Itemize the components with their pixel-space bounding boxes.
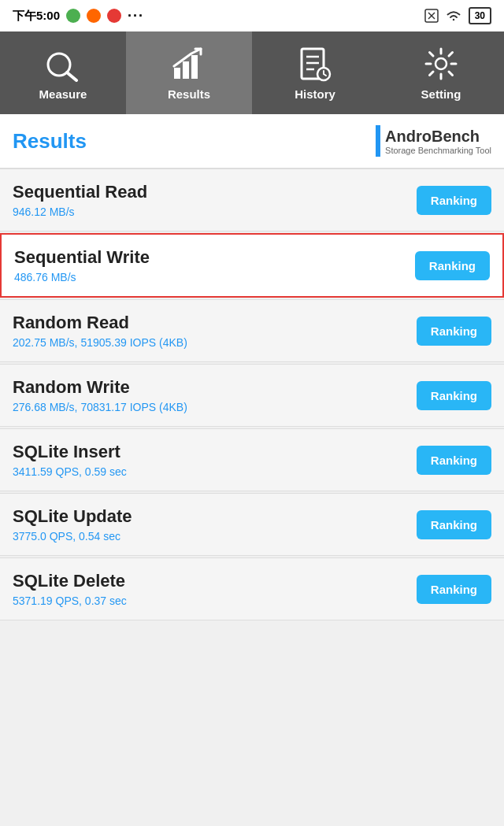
androbench-logo: AndroBench Storage Benchmarking Tool	[376, 125, 491, 157]
benchmark-name: Random Write	[13, 377, 187, 398]
benchmark-row: SQLite Insert3411.59 QPS, 0.59 secRankin…	[0, 428, 504, 491]
benchmark-info: Sequential Write486.76 MB/s	[14, 247, 150, 283]
benchmark-row: Sequential Read946.12 MB/sRanking	[0, 169, 504, 232]
benchmark-value: 5371.19 QPS, 0.37 sec	[13, 594, 127, 607]
logo-text: AndroBench Storage Benchmarking Tool	[385, 128, 491, 155]
benchmark-row: Sequential Write486.76 MB/sRanking	[0, 233, 504, 298]
benchmark-info: SQLite Delete5371.19 QPS, 0.37 sec	[13, 571, 127, 607]
svg-rect-5	[174, 68, 180, 79]
benchmark-name: Sequential Write	[14, 247, 150, 268]
benchmark-value: 946.12 MB/s	[13, 206, 147, 218]
svg-line-4	[67, 72, 76, 80]
benchmark-info: Random Read202.75 MB/s, 51905.39 IOPS (4…	[13, 313, 187, 349]
tab-results[interactable]: Results	[126, 31, 252, 114]
benchmark-info: Random Write276.68 MB/s, 70831.17 IOPS (…	[13, 377, 187, 413]
status-icon-orange	[87, 9, 101, 23]
battery-indicator: 30	[469, 7, 491, 24]
logo-name: AndroBench	[385, 128, 491, 146]
ranking-button[interactable]: Ranking	[417, 381, 491, 410]
benchmark-list: Sequential Read946.12 MB/sRankingSequent…	[0, 169, 504, 620]
ranking-button[interactable]: Ranking	[417, 575, 491, 604]
status-time: 下午5:00	[13, 9, 60, 24]
benchmark-info: SQLite Update3775.0 QPS, 0.54 sec	[13, 506, 132, 543]
measure-icon	[44, 45, 82, 83]
logo-sub: Storage Benchmarking Tool	[385, 146, 491, 155]
benchmark-name: SQLite Delete	[13, 571, 127, 591]
ranking-button[interactable]: Ranking	[417, 186, 491, 215]
status-left: 下午5:00 ···	[13, 8, 144, 24]
benchmark-name: SQLite Update	[13, 506, 132, 527]
tab-measure-label: Measure	[39, 87, 87, 101]
benchmark-info: SQLite Insert3411.59 QPS, 0.59 sec	[13, 442, 127, 478]
benchmark-name: SQLite Insert	[13, 442, 127, 462]
status-icon-green	[66, 9, 80, 23]
results-page-title: Results	[13, 129, 87, 154]
overflow-menu-icon: ···	[128, 8, 144, 24]
history-icon	[296, 45, 334, 83]
status-bar: 下午5:00 ··· 30	[0, 0, 504, 31]
ranking-button[interactable]: Ranking	[417, 510, 491, 539]
benchmark-value: 3775.0 QPS, 0.54 sec	[13, 530, 132, 543]
results-icon	[170, 45, 208, 83]
tab-results-label: Results	[168, 87, 210, 101]
benchmark-info: Sequential Read946.12 MB/s	[13, 182, 147, 218]
benchmark-value: 276.68 MB/s, 70831.17 IOPS (4KB)	[13, 401, 187, 413]
wifi-icon	[445, 9, 462, 23]
battery-level: 30	[475, 10, 485, 21]
tab-setting-label: Setting	[421, 87, 461, 101]
tab-measure[interactable]: Measure	[0, 31, 126, 114]
benchmark-value: 486.76 MB/s	[14, 271, 150, 283]
benchmark-row: SQLite Update3775.0 QPS, 0.54 secRanking	[0, 493, 504, 556]
ranking-button[interactable]: Ranking	[415, 251, 490, 280]
status-icon-red	[107, 9, 121, 23]
tab-history[interactable]: History	[252, 31, 378, 114]
setting-icon	[422, 45, 460, 83]
svg-point-13	[435, 58, 447, 69]
results-header: Results AndroBench Storage Benchmarking …	[0, 114, 504, 169]
benchmark-row: Random Read202.75 MB/s, 51905.39 IOPS (4…	[0, 299, 504, 362]
benchmark-name: Sequential Read	[13, 182, 147, 202]
svg-rect-6	[183, 61, 189, 79]
tab-setting[interactable]: Setting	[378, 31, 504, 114]
nav-tabs: Measure Results History	[0, 31, 504, 114]
logo-bar	[376, 125, 380, 157]
status-right: 30	[424, 7, 491, 24]
ranking-button[interactable]: Ranking	[417, 446, 491, 475]
benchmark-value: 202.75 MB/s, 51905.39 IOPS (4KB)	[13, 336, 187, 349]
ranking-button[interactable]: Ranking	[417, 317, 491, 346]
tab-history-label: History	[295, 87, 335, 101]
close-icon	[424, 9, 439, 23]
benchmark-row: SQLite Delete5371.19 QPS, 0.37 secRankin…	[0, 557, 504, 620]
benchmark-row: Random Write276.68 MB/s, 70831.17 IOPS (…	[0, 364, 504, 427]
benchmark-name: Random Read	[13, 313, 187, 333]
benchmark-value: 3411.59 QPS, 0.59 sec	[13, 465, 127, 478]
svg-rect-7	[191, 55, 198, 79]
